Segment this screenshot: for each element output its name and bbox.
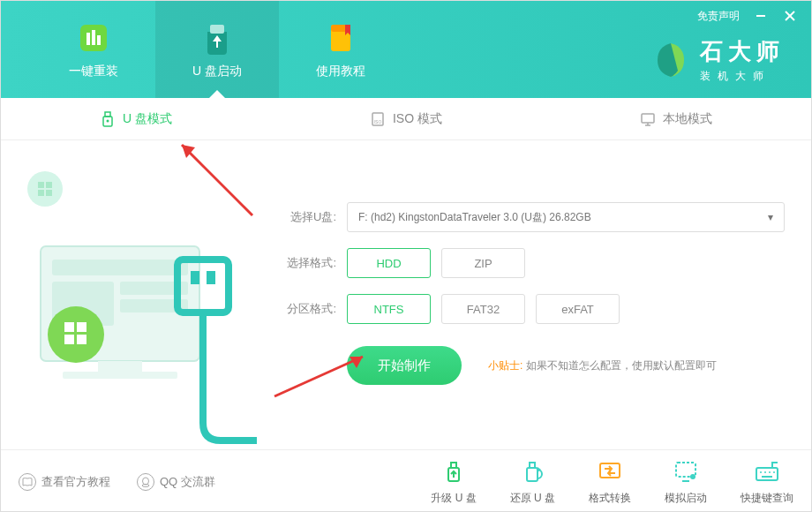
- nav-tab-label: 使用教程: [316, 64, 365, 79]
- svg-rect-32: [77, 322, 86, 332]
- svg-rect-48: [530, 463, 535, 468]
- local-mode-icon: [640, 111, 656, 127]
- format-label: 选择格式:: [274, 255, 336, 271]
- svg-point-55: [760, 471, 762, 473]
- partition-option-ntfs[interactable]: NTFS: [347, 294, 431, 324]
- svg-rect-54: [756, 468, 778, 480]
- svg-rect-22: [46, 190, 52, 196]
- svg-rect-34: [77, 335, 86, 344]
- nav-tab-label: 一键重装: [69, 64, 118, 79]
- tool-format-convert[interactable]: 格式转换: [589, 457, 631, 506]
- partition-option-exfat[interactable]: exFAT: [536, 294, 620, 324]
- simulate-icon: [672, 457, 700, 486]
- svg-rect-36: [191, 271, 199, 284]
- svg-point-53: [690, 474, 695, 479]
- mode-tab-label: ISO 模式: [393, 111, 442, 127]
- start-button[interactable]: 开始制作: [347, 346, 462, 385]
- format-option-zip[interactable]: ZIP: [441, 248, 525, 278]
- footer-link-qq[interactable]: QQ 交流群: [137, 473, 215, 491]
- tutorial-icon: [322, 19, 359, 56]
- svg-point-57: [769, 471, 771, 473]
- tool-simulate-boot[interactable]: 模拟启动: [665, 457, 707, 506]
- tip-content: 如果不知道怎么配置，使用默认配置即可: [526, 359, 717, 372]
- svg-rect-2: [92, 30, 95, 45]
- mode-tabs: U 盘模式 ISO ISO 模式 本地模式: [1, 98, 811, 140]
- convert-icon: [596, 457, 624, 486]
- nav-tab-usb-boot[interactable]: U 盘启动: [155, 1, 279, 98]
- usb-mode-icon: [100, 111, 116, 127]
- nav-tab-tutorial[interactable]: 使用教程: [279, 1, 402, 98]
- disk-value: F: (hd2) KingstonDataTraveler 3.0 (U盘) 2…: [358, 210, 591, 225]
- svg-rect-21: [38, 190, 44, 196]
- keyboard-icon: [753, 457, 781, 486]
- tip-text: 小贴士: 如果不知道怎么配置，使用默认配置即可: [488, 358, 717, 373]
- svg-rect-28: [98, 361, 142, 372]
- svg-rect-47: [527, 468, 538, 481]
- mode-tab-iso[interactable]: ISO ISO 模式: [271, 98, 541, 139]
- disclaimer-link[interactable]: 免责声明: [697, 9, 740, 24]
- book-icon: [19, 473, 36, 491]
- tool-restore-usb[interactable]: 还原 U 盘: [510, 457, 555, 506]
- tool-label: 还原 U 盘: [510, 491, 555, 506]
- close-button[interactable]: [782, 8, 798, 24]
- footer-link-label: QQ 交流群: [160, 474, 215, 490]
- svg-rect-19: [38, 182, 44, 188]
- illustration: [1, 140, 266, 449]
- svg-point-43: [143, 478, 149, 485]
- form-area: 选择U盘: F: (hd2) KingstonDataTraveler 3.0 …: [266, 140, 811, 449]
- usb-boot-icon: [199, 19, 236, 56]
- mode-tab-local[interactable]: 本地模式: [541, 98, 811, 139]
- brand-subtitle: 装机大师: [700, 69, 785, 84]
- header-controls: 免责声明: [697, 8, 798, 24]
- svg-rect-4: [210, 25, 224, 34]
- main-nav-tabs: 一键重装 U 盘启动 使用教程: [1, 1, 402, 98]
- footer-link-tutorial[interactable]: 查看官方教程: [19, 473, 110, 491]
- action-row: 开始制作 小贴士: 如果不知道怎么配置，使用默认配置即可: [347, 346, 785, 385]
- qq-icon: [137, 473, 154, 491]
- tool-label: 升级 U 盘: [431, 491, 476, 506]
- app-header: 一键重装 U 盘启动 使用教程 免责声明: [1, 1, 811, 98]
- svg-point-58: [773, 471, 775, 473]
- tool-label: 模拟启动: [665, 491, 707, 506]
- footer: 查看官方教程 QQ 交流群 升级 U 盘 还原 U 盘 格式转换: [1, 449, 811, 512]
- svg-rect-24: [52, 260, 188, 275]
- reinstall-icon: [75, 19, 112, 56]
- mode-tab-label: U 盘模式: [123, 111, 172, 127]
- svg-rect-15: [642, 114, 654, 123]
- svg-text:ISO: ISO: [374, 119, 382, 124]
- iso-mode-icon: ISO: [370, 111, 386, 127]
- brand-title: 石大师: [700, 36, 785, 67]
- nav-tab-label: U 盘启动: [192, 64, 242, 79]
- tool-hotkey-query[interactable]: 快捷键查询: [741, 457, 793, 506]
- format-option-hdd[interactable]: HDD: [347, 248, 431, 278]
- partition-row: 分区格式: NTFS FAT32 exFAT: [274, 294, 785, 324]
- nav-tab-reinstall[interactable]: 一键重装: [32, 1, 155, 98]
- mode-tab-label: 本地模式: [663, 111, 712, 127]
- tool-label: 快捷键查询: [741, 491, 793, 506]
- svg-point-44: [142, 484, 149, 486]
- svg-point-12: [107, 119, 109, 122]
- svg-rect-3: [97, 35, 101, 45]
- restore-icon: [518, 457, 546, 486]
- partition-option-fat32[interactable]: FAT32: [441, 294, 525, 324]
- disk-select[interactable]: F: (hd2) KingstonDataTraveler 3.0 (U盘) 2…: [347, 202, 785, 232]
- tool-upgrade-usb[interactable]: 升级 U 盘: [431, 457, 476, 506]
- tool-label: 格式转换: [589, 491, 631, 506]
- mode-tab-usb[interactable]: U 盘模式: [1, 98, 271, 139]
- svg-rect-33: [64, 335, 74, 344]
- chevron-down-icon: ▾: [768, 211, 773, 223]
- svg-rect-31: [64, 322, 74, 332]
- svg-point-30: [48, 306, 104, 363]
- svg-rect-46: [451, 463, 456, 468]
- format-row: 选择格式: HDD ZIP: [274, 248, 785, 278]
- disk-row: 选择U盘: F: (hd2) KingstonDataTraveler 3.0 …: [274, 202, 785, 232]
- brand-area: 石大师 装机大师: [650, 36, 785, 84]
- svg-rect-29: [63, 372, 177, 379]
- content-area: 选择U盘: F: (hd2) KingstonDataTraveler 3.0 …: [1, 140, 811, 449]
- svg-rect-37: [207, 271, 215, 284]
- minimize-button[interactable]: [753, 8, 769, 24]
- svg-point-18: [27, 171, 63, 207]
- tip-label: 小贴士:: [488, 359, 523, 372]
- svg-rect-1: [86, 33, 90, 45]
- svg-rect-11: [105, 112, 110, 117]
